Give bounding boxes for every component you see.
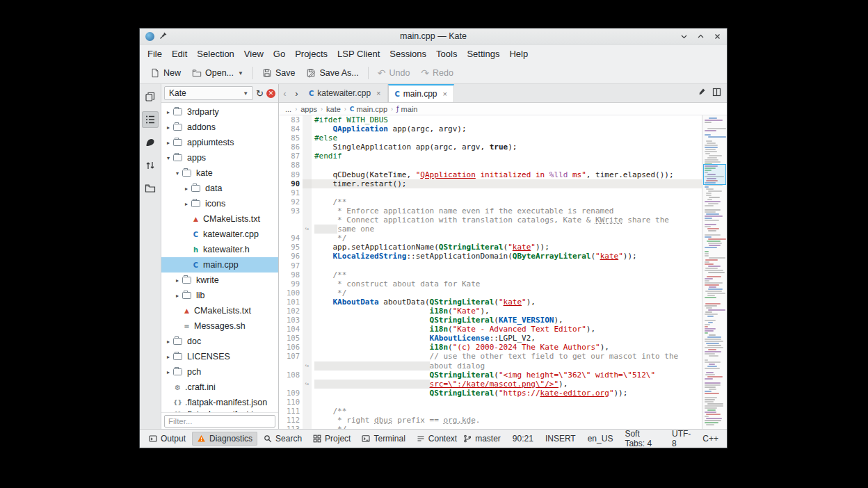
menu-item-file[interactable]: File xyxy=(143,47,167,61)
statusbar-soft-tabs-4[interactable]: Soft Tabs: 4 xyxy=(625,429,660,448)
chevron-right-icon[interactable]: ▸ xyxy=(164,339,172,345)
code-line-wrap[interactable]: * Connect application with translation c… xyxy=(279,215,702,225)
new-button[interactable]: New xyxy=(145,66,186,80)
tree-item-flatpak-manifest-json[interactable]: {}.flatpak-manifest.json xyxy=(161,395,278,410)
close-project-icon[interactable]: ✕ xyxy=(266,89,275,98)
breadcrumb-item-kate[interactable]: kate xyxy=(326,105,341,113)
code-line-108[interactable]: 108 QStringLiteral("<img height=\"362\" … xyxy=(279,371,702,380)
tree-item-cmakelists-txt[interactable]: ▲CMakeLists.txt xyxy=(161,211,278,227)
tree-item-main-cpp[interactable]: Cmain.cpp xyxy=(161,257,278,273)
quick-open-icon[interactable] xyxy=(697,87,706,99)
code-line-wrap[interactable]: ↪ about dialog xyxy=(279,361,702,371)
breadcrumb-item-main-cpp[interactable]: Cmain.cpp xyxy=(350,105,387,113)
chevron-right-icon[interactable]: ▸ xyxy=(182,186,191,192)
chevron-right-icon[interactable]: ▸ xyxy=(164,369,172,375)
tab-katewaiter-cpp[interactable]: Ckatewaiter.cpp× xyxy=(303,84,388,102)
chevron-down-icon[interactable]: ▾ xyxy=(164,155,172,161)
tree-item-kate[interactable]: ▾kate xyxy=(161,165,278,181)
minimap-viewport[interactable] xyxy=(703,164,726,185)
close-tab-icon[interactable]: × xyxy=(443,90,447,98)
code-line-83[interactable]: 83#ifdef WITH_DBUS xyxy=(279,115,702,124)
code-line-105[interactable]: 105 KAboutLicense::LGPL_V2, xyxy=(279,334,702,343)
code-line-90[interactable]: 90 timer.restart(); xyxy=(279,179,702,188)
code-line-102[interactable]: 102 i18n("Kate"), xyxy=(279,307,702,316)
kate-sessions-toolview-icon[interactable] xyxy=(142,134,159,151)
titlebar[interactable]: main.cpp — Kate xyxy=(140,29,727,44)
tree-item-icons[interactable]: ▸icons xyxy=(161,196,278,211)
code-line-95[interactable]: 95 app.setApplicationName(QStringLiteral… xyxy=(279,243,702,252)
reload-project-icon[interactable]: ↻ xyxy=(256,89,264,98)
chevron-right-icon[interactable]: ▸ xyxy=(173,277,182,284)
projects-toolview-icon[interactable] xyxy=(142,111,159,128)
code-line-96[interactable]: 96 KLocalizedString::setApplicationDomai… xyxy=(279,252,702,261)
filesystem-toolview-icon[interactable] xyxy=(142,180,159,197)
sort-toolview-icon[interactable] xyxy=(142,157,159,174)
tree-item-cmakelists-txt[interactable]: ▲CMakeLists.txt xyxy=(161,303,278,318)
tree-item-doc[interactable]: ▸doc xyxy=(161,334,278,349)
minimap-scrollbar[interactable] xyxy=(702,115,727,429)
chevron-right-icon[interactable]: ▸ xyxy=(182,201,191,207)
chevron-down-icon[interactable]: ▾ xyxy=(173,170,182,177)
breadcrumb-item-apps[interactable]: apps xyxy=(300,105,317,113)
save-button[interactable]: Save xyxy=(257,66,300,80)
tab-main-cpp[interactable]: Cmain.cpp× xyxy=(388,84,454,102)
code-line-110[interactable]: 110 xyxy=(279,398,702,407)
menu-item-settings[interactable]: Settings xyxy=(462,47,504,61)
menu-item-view[interactable]: View xyxy=(239,47,268,61)
tree-item-appiumtests[interactable]: ▸appiumtests xyxy=(161,135,278,150)
statusbar-terminal-button[interactable]: Terminal xyxy=(357,432,410,446)
project-filter-input[interactable] xyxy=(164,415,275,428)
menu-item-edit[interactable]: Edit xyxy=(167,47,192,61)
project-selector[interactable]: Kate ▼ xyxy=(164,86,253,100)
code-line-112[interactable]: 112 * right dbus prefix == org.kde. xyxy=(279,416,702,425)
tree-item-kwrite[interactable]: ▸kwrite xyxy=(161,273,278,288)
chevron-right-icon[interactable]: ▸ xyxy=(173,293,182,299)
tree-item-lib[interactable]: ▸lib xyxy=(161,288,278,303)
code-line-92[interactable]: 92 /** xyxy=(279,197,702,206)
statusbar-insert[interactable]: INSERT xyxy=(545,434,576,444)
open-button[interactable]: Open...▼ xyxy=(187,66,248,80)
chevron-right-icon[interactable]: ▸ xyxy=(164,109,172,115)
tree-item-craft-ini[interactable]: ⚙.craft.ini xyxy=(161,380,278,395)
menu-item-tools[interactable]: Tools xyxy=(431,47,462,61)
statusbar-diagnostics-button[interactable]: Diagnostics xyxy=(192,432,257,446)
close-tab-icon[interactable]: × xyxy=(376,89,380,97)
tree-item-katewaiter-cpp[interactable]: Ckatewaiter.cpp xyxy=(161,227,278,242)
tree-item-3rdparty[interactable]: ▸3rdparty xyxy=(161,104,278,120)
code-line-100[interactable]: 100 */ xyxy=(279,288,702,298)
code-line-86[interactable]: 86 SingleApplication app(argc, argv, tru… xyxy=(279,143,702,152)
save-as-button[interactable]: Save As... xyxy=(301,66,363,80)
close-window-icon[interactable] xyxy=(714,33,721,40)
code-line-109[interactable]: 109 QStringLiteral("https://kate-editor.… xyxy=(279,389,702,398)
tree-item-pch[interactable]: ▸pch xyxy=(161,364,278,380)
code-editor[interactable]: 83#ifdef WITH_DBUS84 QApplication app(ar… xyxy=(279,115,702,429)
tree-item-katewaiter-h[interactable]: hkatewaiter.h xyxy=(161,242,278,257)
code-line-87[interactable]: 87#endif xyxy=(279,152,702,161)
code-line-98[interactable]: 98 /** xyxy=(279,270,702,279)
statusbar-master[interactable]: master xyxy=(463,434,501,444)
statusbar-c[interactable]: C++ xyxy=(702,434,718,444)
undo-button[interactable]: ↶Undo xyxy=(373,66,415,80)
chevron-right-icon[interactable]: ▸ xyxy=(164,124,172,131)
redo-button[interactable]: ↷Redo xyxy=(416,66,458,80)
menu-item-help[interactable]: Help xyxy=(504,47,533,61)
shade-window-icon[interactable] xyxy=(680,33,688,40)
menu-item-go[interactable]: Go xyxy=(268,47,290,61)
menu-item-lsp-client[interactable]: LSP Client xyxy=(332,47,385,61)
statusbar-context-button[interactable]: Context xyxy=(412,432,462,446)
menu-item-projects[interactable]: Projects xyxy=(290,47,332,61)
pin-icon[interactable] xyxy=(159,30,168,42)
statusbar-search-button[interactable]: Search xyxy=(259,432,307,446)
history-forward-icon[interactable]: › xyxy=(291,84,303,102)
code-line-111[interactable]: 111 /** xyxy=(279,407,702,416)
tree-item-data[interactable]: ▸data xyxy=(161,181,278,196)
statusbar-90-21[interactable]: 90:21 xyxy=(513,434,533,444)
statusbar-project-button[interactable]: Project xyxy=(308,432,355,446)
tree-item-addons[interactable]: ▸addons xyxy=(161,120,278,135)
code-line-103[interactable]: 103 QStringLiteral(KATE_VERSION), xyxy=(279,316,702,325)
tree-item-licenses[interactable]: ▸LICENSES xyxy=(161,349,278,364)
statusbar-output-button[interactable]: Output xyxy=(144,432,191,446)
code-line-88[interactable]: 88 xyxy=(279,161,702,170)
code-line-104[interactable]: 104 i18n("Kate - Advanced Text Editor"), xyxy=(279,325,702,334)
statusbar-en-us[interactable]: en_US xyxy=(588,434,613,444)
